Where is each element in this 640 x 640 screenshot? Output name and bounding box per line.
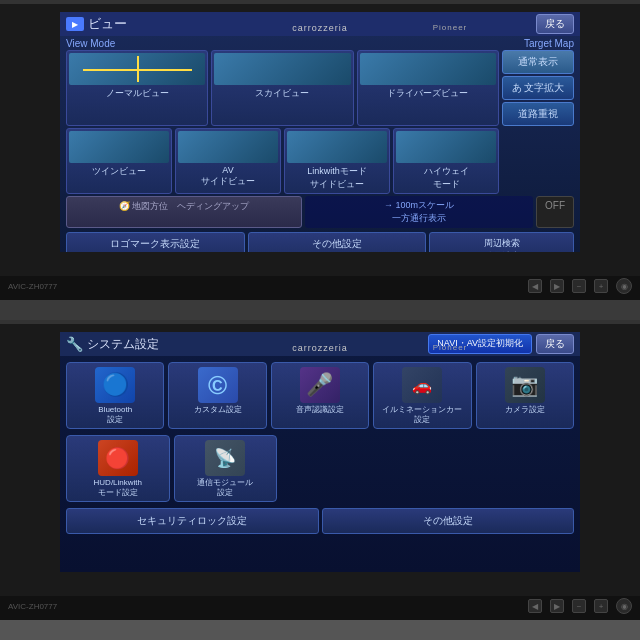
linkwith-thumb [287,131,387,163]
sky-view-thumb [214,53,350,85]
driver-view-btn[interactable]: ドライバーズビュー [357,50,499,126]
driver-view-thumb [360,53,496,85]
off-button[interactable]: OFF [536,196,574,228]
view-icon: ▶ [66,17,84,31]
custom-icon: © [198,367,238,403]
comm-setting[interactable]: 📡 通信モジュール設定 [174,435,278,502]
normal-display-btn[interactable]: 通常表示 [502,50,574,74]
illumi-setting[interactable]: 🚗 イルミネーションカー設定 [373,362,471,429]
bottom-action-row: セキュリティロック設定 その他設定 [60,506,580,536]
row2-container: ツインビュー AVサイドビュー Linkwithモードサイドビュー ハイウェイモ… [60,128,580,196]
highway-thumb [396,131,496,163]
sys-back-button[interactable]: 戻る [536,334,574,354]
linkwith-btn[interactable]: Linkwithモードサイドビュー [284,128,390,194]
top-back-button[interactable]: 戻る [536,14,574,34]
view-mode-label: View Mode [66,38,115,49]
top-header: ▶ ビュー carrozzeria Pioneer 戻る [60,12,580,36]
twin-view-btn[interactable]: ツインビュー [66,128,172,194]
highway-btn[interactable]: ハイウェイモード [393,128,499,194]
action-row: ロゴマーク表示設定 その他設定 周辺検索結果消去 [60,230,580,252]
hud-label: HUD/Linkwithモード設定 [69,478,167,497]
nearby-clear-btn[interactable]: 周辺検索結果消去 [429,232,574,252]
highway-label: ハイウェイモード [396,165,496,191]
settings-grid-row2: 🔴 HUD/Linkwithモード設定 📡 通信モジュール設定 [60,435,580,506]
sky-view-label: スカイビュー [214,87,350,100]
top-title: ビュー [88,15,127,33]
comm-label: 通信モジュール設定 [177,478,275,497]
custom-setting[interactable]: © カスタム設定 [168,362,266,429]
compass-button[interactable]: 🧭 地図方位 ヘディングアップ [66,196,302,228]
top-screen: ▶ ビュー carrozzeria Pioneer 戻る View Mode T… [60,12,580,252]
top-left-panel [0,12,60,252]
other-settings-btn[interactable]: その他設定 [248,232,427,252]
b-ctrl-prev[interactable]: ◀ [528,599,542,613]
pioneer-logo: Pioneer [433,23,468,32]
bottom-right-panel [580,332,640,572]
bluetooth-label: Bluetooth設定 [69,405,161,424]
sys-other-btn[interactable]: その他設定 [322,508,575,534]
ctrl-next[interactable]: ▶ [550,279,564,293]
b-ctrl-plus[interactable]: + [594,599,608,613]
ctrl-prev[interactable]: ◀ [528,279,542,293]
target-map-label: Target Map [524,38,574,49]
ctrl-mode[interactable]: ◉ [616,278,632,294]
twin-view-thumb [69,131,169,163]
bottom-model-label: AVIC-ZH0777 [8,602,57,611]
sys-title: 🔧 システム設定 [66,336,159,353]
road-priority-btn[interactable]: 道路重視 [502,102,574,126]
top-labels-row: View Mode Target Map [60,36,580,50]
hud-setting[interactable]: 🔴 HUD/Linkwithモード設定 [66,435,170,502]
top-header-title: ▶ ビュー [66,15,127,33]
ctrl-minus[interactable]: − [572,279,586,293]
linkwith-label: Linkwithモードサイドビュー [287,165,387,191]
bottom-left-panel [0,332,60,572]
brand-logo: carrozzeria [292,23,348,33]
driver-view-label: ドライバーズビュー [360,87,496,100]
top-device: ▶ ビュー carrozzeria Pioneer 戻る View Mode T… [0,0,640,300]
sys-title-text: システム設定 [87,336,159,353]
sys-title-icon: 🔧 [66,336,83,352]
comm-icon-el: 📡 [205,440,245,476]
hud-icon-el: 🔴 [98,440,138,476]
b-ctrl-minus[interactable]: − [572,599,586,613]
top-model-label: AVIC-ZH0777 [8,282,57,291]
b-ctrl-mode[interactable]: ◉ [616,598,632,614]
gap-between-devices [0,300,640,320]
camera-icon-el: 📷 [505,367,545,403]
top-device-controls: ◀ ▶ − + ◉ [528,278,632,294]
security-lock-btn[interactable]: セキュリティロック設定 [66,508,319,534]
illumi-icon: 🚗 [402,367,442,403]
sky-view-btn[interactable]: スカイビュー [211,50,353,126]
bottom-device: 🔧 システム設定 carrozzeria Pioneer NAVI・AV設定初期… [0,320,640,620]
top-right-panel [580,12,640,252]
av-side-label: AVサイドビュー [178,165,278,188]
bottom-pioneer-logo: Pioneer [433,343,468,352]
compass-row: 🧭 地図方位 ヘディングアップ → 100mスケール一方通行表示 OFF [60,196,580,230]
row1-maps: ノーマルビュー スカイビュー ドライバーズビュー [66,50,499,126]
right-spacer [502,128,574,194]
bluetooth-icon: 🔵 [95,367,135,403]
twin-view-label: ツインビュー [69,165,169,178]
custom-label: カスタム設定 [171,405,263,415]
bluetooth-setting[interactable]: 🔵 Bluetooth設定 [66,362,164,429]
illumi-label: イルミネーションカー設定 [376,405,468,424]
camera-setting[interactable]: 📷 カメラ設定 [476,362,574,429]
text-enlarge-btn[interactable]: あ 文字拡大 [502,76,574,100]
av-side-thumb [178,131,278,163]
voice-setting[interactable]: 🎤 音声認識設定 [271,362,369,429]
b-ctrl-next[interactable]: ▶ [550,599,564,613]
normal-view-btn[interactable]: ノーマルビュー [66,50,208,126]
camera-label: カメラ設定 [479,405,571,415]
row1-container: ノーマルビュー スカイビュー ドライバーズビュー 通常表示 あ 文字拡大 道路重… [60,50,580,128]
bottom-device-controls: ◀ ▶ − + ◉ [528,598,632,614]
logo-display-btn[interactable]: ロゴマーク表示設定 [66,232,245,252]
voice-icon: 🎤 [300,367,340,403]
sys-header: 🔧 システム設定 carrozzeria Pioneer NAVI・AV設定初期… [60,332,580,356]
top-device-bottom: AVIC-ZH0777 ◀ ▶ − + ◉ [0,276,640,296]
voice-label: 音声認識設定 [274,405,366,415]
ctrl-plus[interactable]: + [594,279,608,293]
right-buttons: 通常表示 あ 文字拡大 道路重視 [502,50,574,126]
settings-grid-row1: 🔵 Bluetooth設定 © カスタム設定 🎤 音声認識設定 🚗 イルミネーシ… [60,356,580,435]
bottom-brand-logo: carrozzeria [292,343,348,353]
av-side-btn[interactable]: AVサイドビュー [175,128,281,194]
